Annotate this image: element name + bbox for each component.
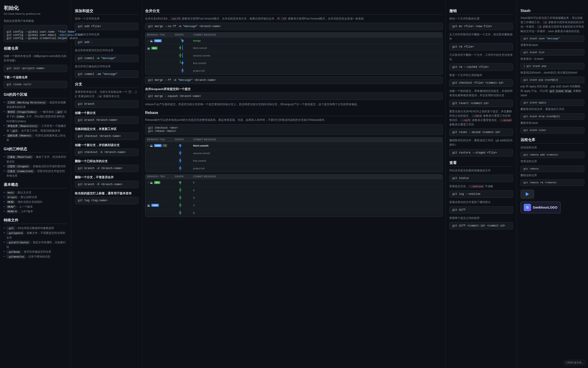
list-item: 远程仓库 (Remote)：托管在远程服务器上的仓库: [4, 133, 67, 143]
git-graph-2: BRANCH / TAGGRAPHCOMMIT MESSAGE ✓ 💻main …: [145, 137, 443, 172]
stash-pop-code: | git stash pop: [521, 63, 584, 69]
graph-dot-svg: [176, 143, 185, 148]
rebase-main-desc: Rebase操作可以把本地未push的分支提交历史整理成直线，看起来更直观。但是…: [145, 118, 443, 122]
list-item: .gitkeep：使空目录被提交到仓库: [4, 249, 67, 254]
col-undo-view: 撤销 移动一个文件到新的位置 git mv <file> <new-file> …: [446, 0, 517, 368]
list-item: origin：默认远程仓库: [4, 195, 67, 200]
move-desc: 移动一个文件到新的位置: [449, 17, 513, 21]
graph-header: BRANCH / TAGGRAPHCOMMIT MESSAGE: [145, 33, 443, 37]
col-add-commit: 添加和提交 添加一个文件到仓库 git add <file> 添加所有文件到仓库…: [71, 0, 142, 368]
diff-desc2: 查看两个提交之间的差异: [449, 216, 513, 220]
list-item: 已暂存 (Staged)：把修改后的文件放到暂存区: [4, 164, 67, 169]
reset-desc: 重置当前分支的HEAD为之前的某个提交，并且删除所有之后的提交。--hard 参…: [449, 109, 513, 127]
rebase-code: git checkout <dev> git rebase <main>: [145, 124, 443, 135]
rebase-title: Rebase: [145, 111, 443, 116]
diff2-code: git diff <commit-id> <commit-id>: [449, 222, 513, 230]
create-repo-title: 创建仓库: [4, 46, 67, 52]
merge-title: 合并分支: [145, 9, 443, 15]
add-all-desc: 添加所有文件到仓库: [75, 32, 138, 37]
stash-title: Stash: [521, 9, 584, 14]
add-desc: 添加一个文件到仓库: [75, 17, 138, 21]
revert-code: git revert <commit-id>: [449, 100, 513, 107]
list-item: 暂存区 (Stage/Index)：一般存放在 .git 目录下的 index …: [4, 110, 67, 124]
rm-cached-code: git rm --cached <file>: [449, 63, 513, 71]
delete-merged-code: git branch -d <branch-name>: [75, 165, 138, 172]
diff-desc1: 查看未暂存的文件更新了哪些部分: [449, 200, 513, 204]
graph-row: first commit: [145, 157, 443, 165]
stash-drop-desc: 删除暂存区的文件，重新放回工作区: [521, 107, 584, 111]
diff-code: git diff: [449, 206, 513, 214]
page-title: 初始化: [4, 5, 67, 11]
video-section: G GeekhourLOGO: [521, 190, 584, 213]
status-code: git status: [449, 175, 513, 182]
list-item: .git：Git仓库的元数据和对象数据库: [4, 226, 67, 231]
init-desc: 初始化设置用户名和邮箱: [4, 19, 67, 23]
stash-list-desc: 查看所有stash: [521, 43, 584, 47]
log-desc: 查看提交历史，--oneline 可省略: [449, 184, 513, 189]
svg-line-1: [180, 38, 182, 41]
page-container: 初始化 Git Cheat Sheet by geekhour.net 初始化设…: [0, 0, 588, 368]
restore-code: git restore --staged <file>: [449, 149, 513, 156]
commit-staged-desc: 提交所有有暂存区的文件到仓库: [75, 48, 138, 53]
special-files-title: 特殊文件: [4, 218, 67, 224]
log-code: git log --oneline: [449, 190, 513, 198]
basic-list: main：默认主分支 origin：默认远程仓库 HEAD：指向当前分支的指针 …: [4, 190, 67, 214]
view-title: 查看: [449, 161, 513, 166]
four-areas-list: 工作区 (Working Directory)：就是你在电脑里能看到的目录 暂存…: [4, 100, 67, 143]
list-item: 已修改 (Modified)：修改了文件，但没保存到暂存区: [4, 155, 67, 164]
new-branch-code: git branch <branch-name>: [75, 117, 138, 124]
delete-merged-title: 删除一个已经合并的分支: [75, 159, 138, 163]
list-item: HEAD~4：上4个版本: [4, 209, 67, 214]
switch-code: git checkout <branch-name>: [75, 133, 138, 140]
four-areas-title: Git的四个区域: [4, 92, 67, 98]
stash-apply-code: git stash apply: [521, 100, 584, 106]
graph-dot-svg: [176, 211, 185, 215]
restore-desc: 撤销暂存区的文件，重新放回工作区（git add的反向操作）: [449, 138, 513, 147]
stash-desc: Stash操作可以把当前工作现场储藏起来，等以后恢复工作继续工作。-u 参数表示…: [521, 16, 584, 34]
logo-container: G GeekhourLOGO: [521, 202, 561, 213]
branch-title: 分支: [75, 82, 138, 88]
new-switch-code: git checkout -b <branch-name>: [75, 149, 138, 156]
create-repo-desc: 创建一个新的本地仓库（省略project-name则在当前目录创建）: [4, 54, 67, 63]
graph-dot-svg: [176, 188, 185, 192]
rm-desc: 从工作区和暂存区中删除一个文件，然后暂存删除操作: [449, 32, 513, 41]
video-thumbnail[interactable]: [521, 190, 534, 199]
merge-cmd2: git merge --ff -m "message" <branch-name…: [145, 76, 443, 84]
clone-title: 下载一个远程仓库: [4, 75, 67, 80]
graph-row: B: [145, 209, 443, 217]
graph-row: ✓ 💻main merge: [145, 37, 443, 44]
col-merge: 合并分支 合并分支a到分支b，-no-ff 参数表示禁用Fast forward…: [142, 0, 446, 368]
graph-line-svg: [176, 53, 190, 58]
graph-row: first commit: [145, 59, 443, 67]
graph-line-svg: [176, 68, 190, 73]
add-commit-title: 添加和提交: [75, 9, 138, 15]
stash-clear-code: git stash clear: [521, 127, 584, 133]
stash-pop2-desc: 恢复指定的stash，stash@{2} 表示最近的stash: [521, 71, 584, 75]
cheatsheet-subtitle: Git Cheat Sheet by geekhour.net: [4, 12, 67, 15]
graph-line-svg: [176, 61, 190, 65]
stash-clear-desc: 删除所有stash: [521, 121, 584, 125]
checkout-file-desc: 恢复一个文件到之前的版本: [449, 73, 513, 77]
create-repo-code: git init <project-name>: [4, 65, 67, 72]
graph-dot-svg: [176, 166, 185, 170]
col-init: 初始化 Git Cheat Sheet by geekhour.net 初始化设…: [0, 0, 71, 368]
git-graph-1: BRANCH / TAGGRAPHCOMMIT MESSAGE ✓ 💻main …: [145, 32, 443, 75]
list-item: .gitattributes：指定文件的属性，比如换行符: [4, 240, 67, 249]
graph-row: D: [145, 194, 443, 202]
graph-row: second commit: [145, 52, 443, 59]
remote-remove-code: git remote rm <remote>: [521, 179, 584, 186]
list-item: .gitignore：忽略文件，不需要提交到仓库的文件: [4, 231, 67, 240]
remote-remove-desc: 删除远程仓库: [521, 173, 584, 178]
play-icon: [526, 192, 529, 196]
graph-row: project init: [145, 67, 443, 74]
add-all-code: git add .: [75, 39, 138, 46]
branch-code: git branch: [75, 100, 138, 108]
special-files-list: .git：Git仓库的元数据和对象数据库 .gitignore：忽略文件，不需要…: [4, 226, 67, 259]
graph-row: ✓ 💻dev F: [145, 179, 443, 186]
graph-row: 💻main C: [145, 202, 443, 209]
graph-dot-svg: [176, 195, 185, 200]
stash-pop-desc: 恢复最近一次stash: [521, 57, 584, 61]
delete-any-title: 删除一个分支，不管是否合并: [75, 175, 138, 179]
branch-desc: 查看所有本地分支，当前分支前面会有一个 *，-r 查看远程分支，-a 查看所有分…: [75, 90, 138, 99]
rm-cached-desc: 只从暂存区中删除一个文件，工作区中的文件没有变化: [449, 53, 513, 62]
